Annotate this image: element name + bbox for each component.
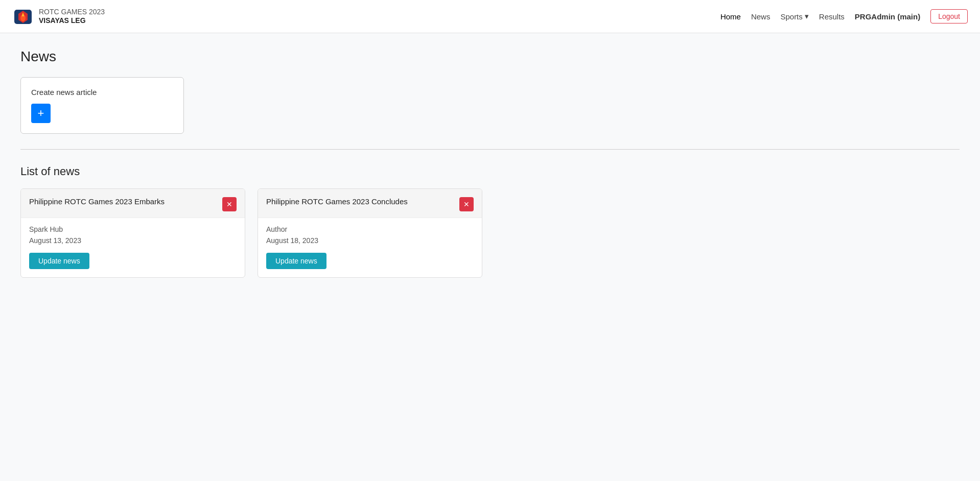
news-author: Author [266,225,474,233]
main-content: News Create news article + List of news … [0,33,980,293]
news-card-header: Philippine ROTC Games 2023 Concludes ✕ [258,189,482,218]
delete-news-button[interactable]: ✕ [459,197,474,211]
nav-sports-label: Sports [780,12,802,21]
news-card: Philippine ROTC Games 2023 Embarks ✕ Spa… [20,188,245,278]
navbar: ROTC GAMES 2023 VISAYAS LEG Home News Sp… [0,0,980,33]
news-card-header: Philippine ROTC Games 2023 Embarks ✕ [21,189,245,218]
news-date: August 13, 2023 [29,236,237,245]
news-author: Spark Hub [29,225,237,233]
news-card-title: Philippine ROTC Games 2023 Embarks [29,197,222,206]
delete-news-button[interactable]: ✕ [222,197,237,211]
create-news-label: Create news article [31,88,173,97]
brand: ROTC GAMES 2023 VISAYAS LEG [12,6,105,27]
news-card-body: Author August 18, 2023 Update news [258,218,482,277]
create-news-box: Create news article + [20,77,184,134]
update-news-button[interactable]: Update news [266,253,326,269]
nav-sports-dropdown[interactable]: Sports ▾ [780,12,808,21]
brand-text: ROTC GAMES 2023 VISAYAS LEG [39,8,105,25]
brand-logo [12,6,34,27]
brand-title: ROTC GAMES 2023 [39,8,105,16]
list-of-news-title: List of news [20,165,960,178]
nav-results[interactable]: Results [819,12,845,21]
create-news-button[interactable]: + [31,104,51,123]
page-title: News [20,49,960,65]
logout-button[interactable]: Logout [930,9,968,23]
nav-news[interactable]: News [751,12,771,21]
nav-admin-label: PRGAdmin (main) [855,12,920,21]
news-card: Philippine ROTC Games 2023 Concludes ✕ A… [258,188,482,278]
news-date: August 18, 2023 [266,236,474,245]
news-card-body: Spark Hub August 13, 2023 Update news [21,218,245,277]
navbar-nav: Home News Sports ▾ Results PRGAdmin (mai… [720,9,968,23]
news-grid: Philippine ROTC Games 2023 Embarks ✕ Spa… [20,188,960,278]
brand-subtitle: VISAYAS LEG [39,16,105,25]
update-news-button[interactable]: Update news [29,253,89,269]
news-card-title: Philippine ROTC Games 2023 Concludes [266,197,459,206]
chevron-down-icon: ▾ [805,12,809,21]
nav-home[interactable]: Home [720,12,741,21]
section-divider [20,149,960,150]
